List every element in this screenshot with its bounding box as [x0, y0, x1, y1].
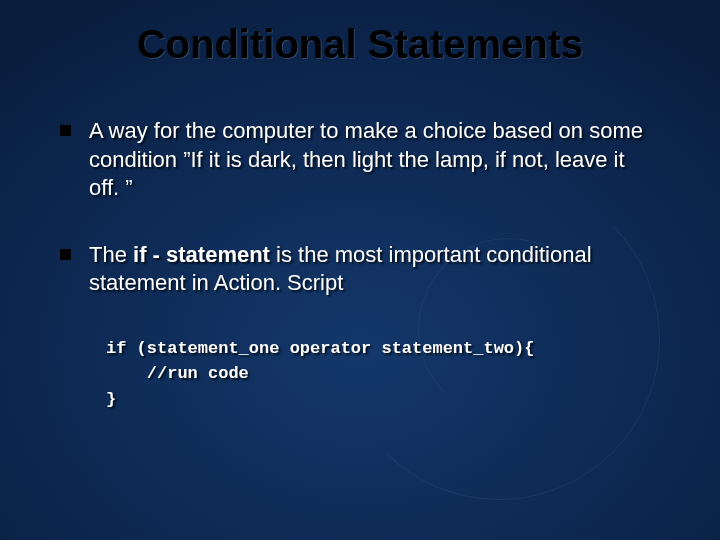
bullet-item: A way for the computer to make a choice …	[60, 117, 660, 203]
text-prefix: The	[89, 242, 133, 267]
slide-body: A way for the computer to make a choice …	[0, 77, 720, 412]
bullet-item: The if - statement is the most important…	[60, 241, 660, 298]
square-bullet-icon	[60, 249, 71, 260]
text-bold: if - statement	[133, 242, 270, 267]
bullet-text: The if - statement is the most important…	[89, 241, 660, 298]
slide: Conditional Statements A way for the com…	[0, 0, 720, 540]
code-block: if (statement_one operator statement_two…	[106, 336, 660, 413]
slide-title: Conditional Statements	[0, 0, 720, 77]
bullet-text: A way for the computer to make a choice …	[89, 117, 660, 203]
square-bullet-icon	[60, 125, 71, 136]
